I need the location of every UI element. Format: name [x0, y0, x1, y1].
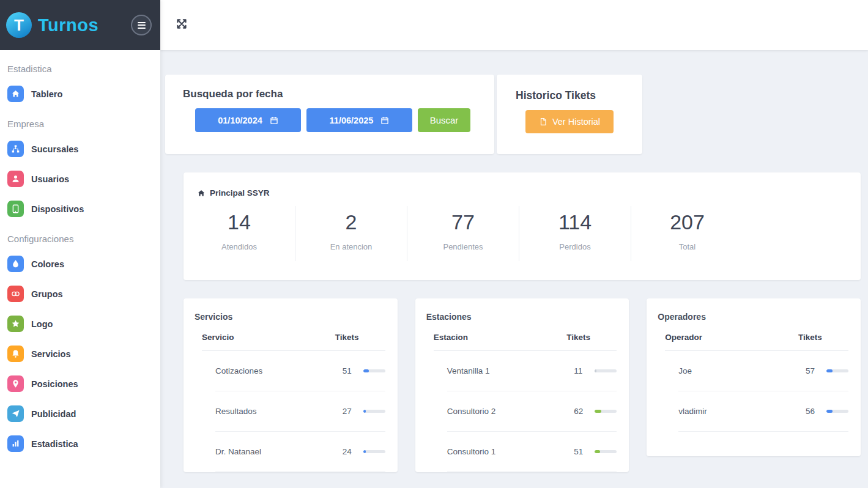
stat-atendidos: 14 Atendidos — [184, 206, 295, 261]
sidebar-item-label: Usuarios — [31, 174, 69, 184]
sidebar-item-dispositivos[interactable]: Dispositivos — [0, 194, 160, 224]
groups-icon — [7, 286, 24, 302]
sidebar-item-publicidad[interactable]: Publicidad — [0, 399, 160, 429]
progress-bar — [826, 369, 848, 372]
stat-label: Pendientes — [407, 242, 519, 251]
users-icon — [7, 171, 24, 187]
sidebar-item-colores[interactable]: Colores — [0, 249, 160, 279]
stat-total: 207 Total — [631, 206, 743, 261]
house-icon — [197, 189, 206, 198]
column-header-name: Servicio — [202, 333, 335, 342]
progress-bar — [595, 410, 617, 413]
date-from-value: 01/10/2024 — [218, 116, 262, 125]
stations-card-title: Estaciones — [415, 298, 629, 333]
stat-label: Atendidos — [184, 242, 295, 251]
table-row: Joe 57 — [678, 351, 848, 391]
search-button[interactable]: Buscar — [418, 108, 470, 132]
sidebar-item-usuarios[interactable]: Usuarios — [0, 164, 160, 194]
date-to-input[interactable]: 11/06/2025 — [306, 108, 412, 132]
row-value: 27 — [343, 407, 358, 416]
table-row: Consultorio 2 62 — [447, 391, 617, 432]
operators-card-title: Operadores — [647, 298, 861, 333]
stat-value: 207 — [631, 210, 743, 234]
row-name: Consultorio 1 — [447, 447, 574, 456]
sidebar-item-posiciones[interactable]: Posiciones — [0, 369, 160, 399]
table-header: Estacion Tikets — [434, 333, 617, 351]
progress-bar — [595, 450, 617, 453]
app-logo-text: Turnos — [38, 15, 126, 35]
advertising-icon — [7, 405, 24, 422]
fullscreen-toggle-button[interactable] — [172, 15, 191, 34]
positions-icon — [7, 375, 24, 392]
ticket-history-card: Historico Tikets Ver Historial — [497, 75, 642, 154]
table-row: Ventanilla 1 11 — [447, 351, 617, 391]
menu-toggle-button[interactable] — [131, 15, 152, 35]
row-name: Dr. Natanael — [215, 447, 343, 456]
view-history-button[interactable]: Ver Historial — [525, 110, 614, 133]
table-header: Operador Tikets — [665, 333, 848, 351]
sidebar-item-label: Estadistica — [31, 439, 78, 449]
row-name: Consultorio 2 — [447, 407, 574, 416]
table-row: vladimir 56 — [678, 391, 848, 432]
stat-value: 2 — [295, 210, 407, 234]
sidebar-item-label: Colores — [31, 259, 64, 269]
section-label-configuraciones: Configuraciones — [0, 224, 160, 249]
sidebar-item-label: Dispositivos — [31, 204, 84, 214]
table-row: Resultados 27 — [215, 391, 385, 432]
sidebar-item-label: Servicios — [31, 349, 71, 359]
hamburger-icon — [138, 22, 146, 23]
stations-table-card: Estaciones Estacion Tikets Ventanilla 1 … — [415, 298, 629, 472]
date-from-input[interactable]: 01/10/2024 — [195, 108, 301, 132]
progress-bar — [363, 369, 385, 372]
calendar-icon — [380, 116, 389, 125]
progress-bar — [363, 410, 385, 413]
colors-icon — [7, 256, 24, 272]
branch-stats-card: Principal SSYR 14 Atendidos 2 En atencio… — [184, 172, 861, 280]
column-header-name: Estacion — [434, 333, 567, 342]
date-to-value: 11/06/2025 — [330, 116, 374, 125]
sidebar-item-sucursales[interactable]: Sucursales — [0, 134, 160, 164]
sidebar-item-label: Posiciones — [31, 379, 78, 389]
row-value: 57 — [806, 366, 822, 375]
branches-icon — [7, 141, 24, 157]
services-card-title: Servicios — [184, 298, 398, 333]
sidebar-item-grupos[interactable]: Grupos — [0, 279, 160, 309]
branch-name: Principal SSYR — [210, 188, 270, 198]
home-icon — [7, 86, 24, 102]
row-value: 51 — [574, 447, 590, 456]
services-table-card: Servicios Servicio Tikets Cotizaciones 5… — [184, 298, 398, 472]
history-card-title: Historico Tikets — [516, 89, 642, 102]
column-header-tickets: Tikets — [335, 333, 385, 342]
sidebar-item-tablero[interactable]: Tablero — [0, 79, 160, 109]
sidebar-item-label: Tablero — [31, 89, 62, 99]
topbar — [160, 0, 868, 50]
stat-value: 114 — [519, 210, 631, 234]
sidebar-item-logo[interactable]: Logo — [0, 309, 160, 339]
calendar-icon — [270, 116, 278, 125]
services-icon — [7, 346, 24, 362]
stat-label: Total — [631, 242, 743, 251]
top-cards-row: Busqueda por fecha 01/10/2024 11/06/2025… — [165, 75, 868, 154]
row-value: 11 — [574, 366, 590, 375]
sidebar-item-estadistica[interactable]: Estadistica — [0, 429, 160, 459]
stat-label: En atencion — [295, 242, 407, 251]
row-name: Joe — [678, 366, 806, 375]
table-row: Dr. Natanael 24 — [215, 432, 385, 472]
sidebar-header: T Turnos — [0, 0, 160, 50]
sidebar-body: Estadistica Tablero Empresa Sucursales U… — [0, 50, 160, 459]
row-value: 24 — [343, 447, 358, 456]
logo-star-icon — [7, 316, 24, 332]
sidebar-item-servicios[interactable]: Servicios — [0, 339, 160, 369]
search-controls: 01/10/2024 11/06/2025 Buscar — [195, 108, 494, 132]
sidebar-item-label: Sucursales — [31, 144, 78, 154]
column-header-tickets: Tikets — [566, 333, 617, 342]
stat-value: 14 — [184, 210, 295, 234]
devices-icon — [7, 201, 24, 217]
operators-table-card: Operadores Operador Tikets Joe 57 vladim… — [647, 298, 861, 456]
column-header-name: Operador — [665, 333, 798, 342]
progress-bar — [826, 410, 848, 413]
row-value: 51 — [343, 366, 358, 375]
row-value: 56 — [806, 407, 822, 416]
stat-label: Perdidos — [519, 242, 631, 251]
table-row: Cotizaciones 51 — [215, 351, 385, 391]
